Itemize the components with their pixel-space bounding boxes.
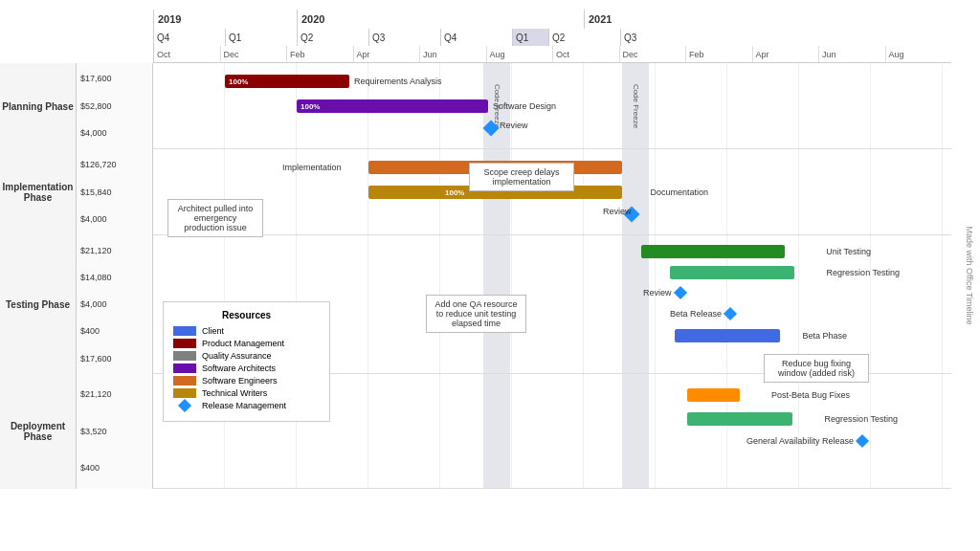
chart-container: 2019 2020 2021 Q4 Q1 Q2 Q3 Q4 Q1 Q2 Q3 O… [0, 0, 980, 551]
legend-client-swatch [173, 326, 196, 336]
deployment-phase-label: Deployment Phase [0, 374, 77, 489]
callout-qa-text: Add one QA resource to reduce unit testi… [434, 299, 517, 328]
year-2020: 2020 [297, 10, 584, 29]
year-2019: 2019 [153, 10, 297, 29]
q1-2020: Q1 [225, 29, 297, 46]
year-2021: 2021 [584, 10, 828, 29]
planning-review-label: Review [500, 121, 528, 130]
ga-release-row: General Availability Release [746, 436, 867, 446]
month-apr2: Apr [752, 46, 819, 62]
planning-phase-row: Planning Phase $17,600 $52,800 $4,000 Co… [0, 63, 951, 149]
deploy-cost-3: $400 [80, 462, 148, 474]
month-oct: Oct [153, 46, 220, 62]
deploy-freeze-2 [622, 374, 649, 488]
q3-2020: Q3 [368, 29, 440, 46]
documentation-label: Documentation [650, 187, 708, 197]
testing-review-row: Review [643, 288, 685, 298]
beta-release-diamond [724, 307, 737, 320]
regression-testing-bar: Regression Testing [670, 266, 794, 279]
deployment-costs: $21,120 $3,520 $400 [77, 374, 153, 489]
deploy-freeze-1 [483, 374, 510, 488]
legend-release-mgmt: Release Management [173, 401, 320, 410]
callout-scope-creep-text: Scope creep delays implementation [483, 167, 559, 187]
ga-release-label: General Availability Release [746, 436, 854, 446]
software-design-label: Software Design [493, 101, 556, 111]
code-freeze-2-label: Code Freeze [632, 83, 640, 127]
planning-gantt: Code Freeze Code Freeze 100% Requirement… [153, 63, 951, 148]
year-header-row: 2019 2020 2021 [153, 10, 951, 29]
legend-product-mgmt: Product Management [173, 339, 320, 348]
implementation-costs: $126,720 $15,840 $4,000 [77, 149, 153, 235]
planning-cost-3: $4,000 [80, 127, 148, 140]
impl-freeze-2 [622, 149, 649, 234]
beta-release-label: Beta Release [670, 309, 722, 319]
beta-phase-label: Beta Phase [802, 331, 847, 341]
beta-release-row: Beta Release [670, 309, 735, 319]
deploy-cost-2: $3,520 [80, 426, 148, 438]
quarter-header-row: Q4 Q1 Q2 Q3 Q4 Q1 Q2 Q3 [153, 29, 951, 46]
month-jun2: Jun [818, 46, 885, 62]
legend-tech-writers-label: Technical Writers [202, 388, 267, 398]
q2-2020: Q2 [297, 29, 368, 46]
month-header-row: Oct Dec Feb Apr Jun Aug Oct Dec Feb Apr … [153, 46, 951, 63]
planning-cost-2: $52,800 [80, 100, 148, 113]
requirements-label: Requirements Analysis [354, 77, 442, 86]
ga-release-diamond [856, 434, 869, 448]
implementation-bar-label: Implementation [282, 163, 342, 172]
legend-qa-swatch [173, 351, 196, 361]
q1-2021: Q1 [512, 29, 548, 46]
legend-release-diamond [178, 399, 191, 412]
month-dec2: Dec [619, 46, 686, 62]
watermark: Made with Office Timeline [965, 227, 974, 325]
testing-phase-label: Testing Phase [0, 235, 77, 374]
q2-2021: Q2 [548, 29, 620, 46]
beta-phase-bar: Beta Phase [675, 329, 780, 342]
month-feb2: Feb [685, 46, 752, 62]
requirements-percent: 100% [229, 77, 248, 86]
legend-sw-eng: Software Engineers [173, 376, 320, 386]
month-jun: Jun [419, 46, 486, 62]
legend-sw-eng-label: Software Engineers [202, 376, 278, 386]
planning-phase-label: Planning Phase [0, 63, 77, 149]
month-feb: Feb [286, 46, 353, 62]
post-beta-label: Post-Beta Bug Fixes [771, 390, 850, 400]
impl-review-label: Review [603, 207, 632, 216]
legend-qa-label: Quality Assurance [202, 351, 272, 361]
legend-title: Resources [173, 310, 320, 320]
callout-bug-fixing-text: Reduce bug fixing window (added risk) [778, 359, 855, 378]
software-design-percent: 100% [301, 102, 320, 111]
regression-testing-label: Regression Testing [827, 268, 900, 277]
post-beta-bar: Post-Beta Bug Fixes [687, 388, 740, 402]
test-cost-5: $17,600 [80, 353, 148, 365]
legend-product-label: Product Management [202, 339, 284, 348]
legend-sw-eng-swatch [173, 376, 196, 386]
callout-qa-resource: Add one QA resource to reduce unit testi… [426, 295, 526, 333]
callout-scope-creep: Scope creep delays implementation [469, 163, 574, 191]
test-cost-2: $14,080 [80, 272, 148, 284]
planning-costs: $17,600 $52,800 $4,000 [77, 63, 153, 149]
documentation-percent: 100% [445, 188, 464, 197]
deploy-cost-1: $21,120 [80, 388, 148, 401]
legend-sw-arch-label: Software Architects [202, 364, 276, 373]
impl-cost-3: $4,000 [80, 213, 148, 226]
deploy-regression-label: Regression Testing [825, 414, 898, 424]
planning-cost-1: $17,600 [80, 73, 148, 85]
legend-product-swatch [173, 339, 196, 348]
month-aug2: Aug [885, 46, 952, 62]
testing-review-label: Review [643, 288, 672, 298]
requirements-bar: 100% Requirements Analysis [225, 75, 349, 88]
watermark-text: Made with Office Timeline [965, 227, 974, 325]
unit-testing-bar: Unit Testing [641, 245, 785, 258]
legend-box: Resources Client Product Management Qual… [163, 301, 330, 422]
test-cost-3: $4,000 [80, 298, 148, 311]
callout-architect-text: Architect pulled into emergency producti… [178, 204, 254, 232]
month-dec: Dec [220, 46, 287, 62]
legend-sw-arch-swatch [173, 364, 196, 373]
legend-client: Client [173, 326, 320, 336]
legend-tech-writers-swatch [173, 388, 196, 398]
software-design-bar: 100% Software Design [297, 99, 488, 113]
callout-bug-fixing: Reduce bug fixing window (added risk) [764, 354, 869, 383]
callout-architect: Architect pulled into emergency producti… [167, 199, 263, 237]
month-oct2: Oct [552, 46, 619, 62]
test-cost-4: $400 [80, 325, 148, 338]
